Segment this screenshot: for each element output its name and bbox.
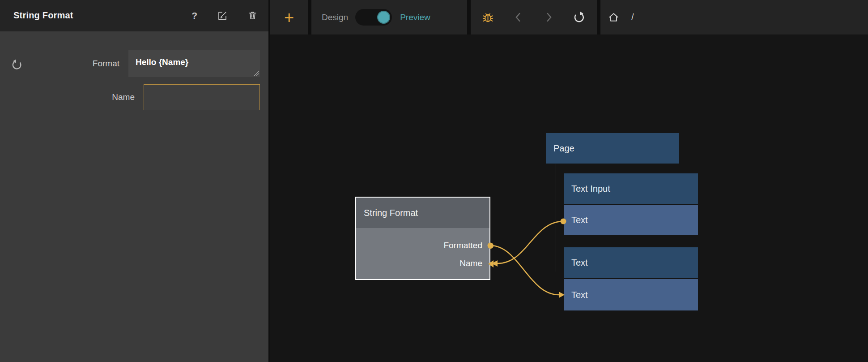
page-node-title: Page bbox=[546, 133, 679, 164]
format-textarea-wrap: Hello {Name} bbox=[128, 50, 260, 77]
chevron-left-icon bbox=[512, 11, 524, 23]
format-label: Format bbox=[93, 59, 119, 69]
help-icon: ? bbox=[191, 10, 197, 21]
hierarchy-line bbox=[556, 164, 556, 272]
topbar: + Design Preview bbox=[270, 0, 868, 34]
text-node-header[interactable]: Text bbox=[564, 247, 698, 278]
help-button[interactable]: ? bbox=[191, 10, 197, 21]
text-text-port[interactable]: Text bbox=[564, 279, 698, 310]
plus-icon: + bbox=[284, 8, 294, 27]
edit-button[interactable] bbox=[217, 10, 228, 21]
wire-formatted-to-text bbox=[490, 246, 559, 295]
format-property-row: Format Hello {Name} bbox=[0, 50, 260, 77]
panel-header: String Format ? bbox=[0, 0, 268, 31]
trash-icon bbox=[247, 10, 258, 21]
page-node[interactable]: Page bbox=[546, 133, 679, 164]
toggle-knob bbox=[377, 11, 390, 24]
text-input-node-header[interactable]: Text Input bbox=[564, 173, 698, 204]
design-mode-label[interactable]: Design bbox=[322, 13, 348, 22]
design-preview-toggle[interactable] bbox=[355, 9, 392, 26]
text-input-text-port-label: Text bbox=[564, 205, 698, 235]
preview-mode-label[interactable]: Preview bbox=[400, 13, 430, 22]
breadcrumb: / bbox=[631, 12, 634, 22]
node-graph-canvas[interactable]: Page Text Input Text Text Text String Fo… bbox=[270, 34, 868, 362]
formatted-port-label: Formatted bbox=[443, 241, 482, 250]
text-text-port-label: Text bbox=[564, 279, 698, 310]
panel-header-actions: ? bbox=[191, 10, 258, 21]
name-input[interactable] bbox=[144, 84, 260, 110]
navigation-path-section: / bbox=[600, 0, 868, 34]
wire-textinput-to-name bbox=[498, 221, 563, 263]
name-input-port[interactable] bbox=[488, 260, 494, 267]
name-property-row: Name bbox=[0, 84, 260, 110]
refresh-button[interactable] bbox=[573, 11, 586, 24]
string-format-node-header[interactable]: String Format bbox=[356, 198, 489, 228]
name-label: Name bbox=[112, 92, 135, 102]
debug-section bbox=[471, 0, 597, 34]
formatted-output-port[interactable] bbox=[488, 243, 494, 249]
back-button[interactable] bbox=[512, 11, 524, 23]
text-node-title: Text bbox=[564, 247, 698, 278]
properties-panel: String Format ? bbox=[0, 0, 269, 362]
home-icon bbox=[608, 11, 620, 23]
chevron-right-icon bbox=[543, 11, 555, 23]
debug-button[interactable] bbox=[481, 11, 494, 24]
add-node-button[interactable]: + bbox=[284, 9, 294, 26]
resize-handle-icon[interactable] bbox=[253, 70, 259, 76]
text-node[interactable]: Text Text bbox=[564, 247, 698, 310]
name-port-label: Name bbox=[460, 259, 482, 268]
format-textarea[interactable]: Hello {Name} bbox=[128, 50, 260, 77]
string-format-node-title: String Format bbox=[356, 198, 489, 228]
refresh-icon bbox=[573, 11, 586, 24]
bug-icon bbox=[481, 11, 494, 24]
home-button[interactable] bbox=[608, 11, 620, 23]
forward-button[interactable] bbox=[543, 11, 555, 23]
delete-button[interactable] bbox=[247, 10, 258, 21]
panel-title: String Format bbox=[13, 10, 73, 21]
text-input-node[interactable]: Text Input Text bbox=[564, 173, 698, 235]
text-input-text-port[interactable]: Text bbox=[564, 205, 698, 235]
pencil-icon bbox=[217, 10, 228, 21]
add-node-section: + bbox=[270, 0, 308, 34]
mode-section: Design Preview bbox=[311, 0, 467, 34]
string-format-node[interactable]: String Format Formatted Name bbox=[355, 197, 490, 280]
text-input-node-title: Text Input bbox=[564, 173, 698, 204]
